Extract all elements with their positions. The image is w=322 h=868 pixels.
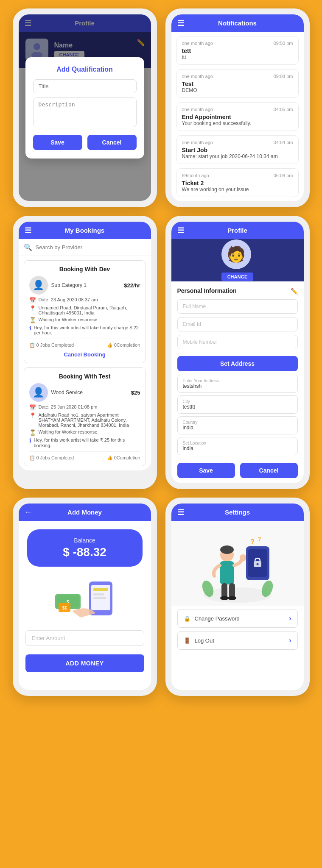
notif-time-ago: one month ago	[182, 107, 213, 112]
cancel-button[interactable]: Cancel	[87, 135, 137, 150]
set-location-value: india	[183, 445, 292, 451]
mobile-field[interactable]: Mobile Number	[177, 335, 298, 349]
svg-text:$$: $$	[62, 606, 67, 610]
set-location-label: Set Location	[183, 441, 292, 445]
modal-title: Add Qualification	[33, 66, 137, 73]
search-icon: 🔍	[24, 243, 32, 251]
note-icon: ℹ	[29, 437, 31, 444]
notif-title: Ticket 2	[182, 180, 293, 186]
worker-avatar: 👤	[29, 276, 48, 295]
modal-overlay: Add Qualification Save Cancel	[19, 14, 151, 201]
booking-card-0: Booking With Dev 👤 Sub Category 1 $22/hr…	[24, 260, 146, 363]
svg-rect-6	[93, 593, 104, 595]
add-qualification-modal: Add Qualification Save Cancel	[25, 57, 144, 159]
svg-point-20	[220, 596, 229, 600]
calendar-icon: 📅	[29, 297, 36, 303]
svg-text:?: ?	[258, 536, 261, 542]
profile-edit-topbar: ☰ Profile	[171, 222, 304, 239]
title-input[interactable]	[33, 79, 137, 93]
personal-info-section: Personal Information ✏️ Full Name Email …	[171, 281, 304, 455]
city-label: City	[183, 399, 292, 404]
save-button[interactable]: Save	[177, 463, 235, 478]
my-bookings-screen: ☰ My Bookings 🔍 Booking With Dev 👤 Sub C…	[13, 216, 157, 489]
notif-item-0: one month ago09:50 pm tett ttt	[176, 36, 299, 65]
settings-topbar: ☰ Settings	[171, 504, 304, 521]
notif-item-2: one month ago04:05 pm End Appointment Yo…	[176, 102, 299, 131]
svg-text:?: ?	[250, 538, 255, 545]
balance-label: Balance	[36, 537, 134, 544]
add-money-topbar: ← Add Money	[19, 504, 151, 521]
notifications-screen: ☰ Notifications one month ago09:50 pm te…	[165, 8, 310, 207]
settings-title: Settings	[225, 509, 250, 516]
profile-edit-screen: ☰ Profile 🧑 CHANGE Personal Information …	[165, 216, 310, 489]
notif-body: Name: start your job 2020-06-24 10:34 am	[182, 153, 293, 159]
notif-time: 06:08 pm	[274, 173, 293, 178]
add-money-title: Add Money	[67, 509, 102, 516]
booking-date: Date: 23 Aug 2020 08:37 am	[39, 297, 98, 302]
edit-personal-icon[interactable]: ✏️	[291, 288, 298, 295]
settings-change-password[interactable]: 🔒 Change Password ›	[177, 609, 298, 628]
chevron-right-icon: ›	[289, 615, 291, 622]
cancel-booking-button[interactable]: Cancel Booking	[29, 351, 140, 358]
notif-item-1: one month ago09:08 pm Test DEMO	[176, 69, 299, 98]
search-input[interactable]	[36, 244, 146, 250]
booking-note: Hey, for this work artist will take hour…	[34, 325, 140, 335]
search-bar: 🔍	[19, 239, 151, 256]
svg-point-25	[256, 563, 258, 565]
set-address-button[interactable]: Set Address	[177, 356, 298, 371]
save-button[interactable]: Save	[33, 135, 82, 150]
location-icon: 📍	[29, 412, 36, 419]
personal-info-label: Personal Information	[177, 287, 237, 294]
booking-price: $25	[131, 389, 140, 396]
booking-price: $22/hr	[124, 282, 140, 289]
hourglass-icon: ⏳	[29, 429, 36, 436]
settings-logout[interactable]: 🚪 Log Out ›	[177, 631, 298, 650]
menu-icon[interactable]: ☰	[25, 226, 31, 235]
booking-title: Booking With Test	[29, 373, 140, 380]
notif-time: 04:05 pm	[274, 107, 293, 112]
svg-point-16	[220, 545, 234, 554]
menu-icon[interactable]: ☰	[177, 19, 184, 28]
svg-rect-5	[93, 588, 108, 591]
my-bookings-topbar: ☰ My Bookings	[19, 222, 151, 239]
mobile-placeholder: Mobile Number	[183, 339, 217, 345]
svg-point-21	[228, 596, 236, 600]
completion-rate: 👍 0Completion	[107, 342, 140, 348]
notif-time: 09:50 pm	[274, 41, 293, 46]
booking-date: Date: 25 Jun 2020 01:08 pm	[39, 404, 98, 409]
notif-body: ttt	[182, 54, 293, 60]
worker-avatar: 👤	[29, 383, 48, 402]
address-field-group: Enter Your Address testshsh	[177, 375, 298, 393]
profile-edit-title: Profile	[227, 227, 247, 234]
add-money-button[interactable]: ADD MONEY	[25, 654, 144, 672]
notifications-list: one month ago09:50 pm tett ttt one month…	[171, 32, 304, 201]
menu-icon[interactable]: ☰	[177, 226, 184, 235]
svg-rect-15	[220, 561, 234, 584]
booking-note: Hey, for this work artist will take ₹ 25…	[34, 437, 140, 448]
booking-card-1: Booking With Test 👤 Wood Service $25 📅Da…	[24, 367, 146, 466]
svg-rect-19	[229, 583, 235, 598]
full-name-field[interactable]: Full Name	[177, 299, 298, 314]
svg-point-13	[204, 587, 272, 603]
cancel-button[interactable]: Cancel	[240, 463, 298, 478]
calendar-icon: 📅	[29, 404, 36, 411]
modal-buttons: Save Cancel	[33, 135, 137, 150]
location-icon: 📍	[29, 305, 36, 312]
balance-amount: $ -88.32	[36, 545, 134, 559]
booking-address: Unnamed Road, Dindayal Puram, Raigarh, C…	[39, 305, 140, 315]
amount-input[interactable]: Enter Amount	[25, 630, 144, 646]
menu-icon[interactable]: ☰	[177, 508, 184, 517]
notif-title: End Appointment	[182, 114, 293, 120]
money-illustration: $ $$	[19, 571, 151, 626]
notif-time-ago: one month ago	[182, 41, 213, 46]
notif-time-ago: one month ago	[182, 140, 213, 145]
notif-body: We are working on your issue	[182, 186, 293, 192]
notif-item-4: 69month ago06:08 pm Ticket 2 We are work…	[176, 168, 299, 197]
email-field[interactable]: Email Id	[177, 317, 298, 331]
change-photo-button[interactable]: CHANGE	[221, 273, 254, 281]
notif-title: Start Job	[182, 147, 293, 153]
description-textarea[interactable]	[33, 97, 137, 127]
notif-body: Your booking end successfully.	[182, 120, 293, 126]
notifications-title: Notifications	[218, 19, 257, 27]
back-icon[interactable]: ←	[25, 508, 32, 517]
